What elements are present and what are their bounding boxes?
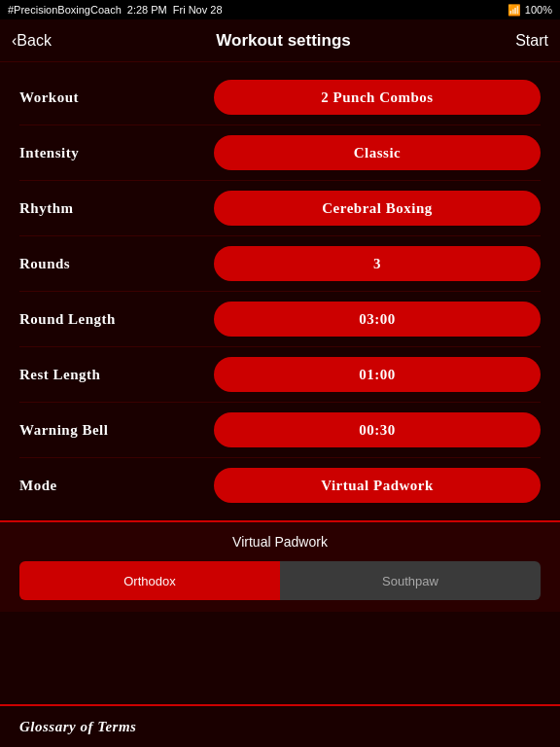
app-name: #PrecisionBoxingCoach [8,4,122,16]
workout-row: Workout 2 Punch Combos [0,70,560,124]
rhythm-row: Rhythm Cerebral Boxing [0,181,560,235]
workout-value[interactable]: 2 Punch Combos [214,80,541,115]
back-label: Back [17,32,52,50]
main-content: Workout 2 Punch Combos Intensity Classic… [0,62,560,520]
warning-bell-label: Warning Bell [19,422,214,439]
intensity-row: Intensity Classic [0,125,560,180]
status-time: 2:28 PM [127,4,167,16]
southpaw-button[interactable]: Southpaw [280,561,541,600]
intensity-value[interactable]: Classic [214,135,541,170]
bottom-section-title: Virtual Padwork [19,534,541,550]
rest-length-row: Rest Length 01:00 [0,347,560,402]
stance-buttons: Orthodox Southpaw [19,561,541,600]
bottom-section: Virtual Padwork Orthodox Southpaw [0,520,560,612]
rest-length-label: Rest Length [19,367,214,383]
mode-row: Mode Virtual Padwork [0,458,560,513]
status-right: 📶 100% [508,4,552,17]
round-length-row: Round Length 03:00 [0,292,560,346]
rounds-value[interactable]: 3 [214,246,541,281]
glossary-link[interactable]: Glossary of Terms [19,719,136,735]
rest-length-value[interactable]: 01:00 [214,357,541,392]
wifi-icon: 📶 [508,4,521,17]
status-bar: #PrecisionBoxingCoach 2:28 PM Fri Nov 28… [0,0,560,19]
battery-label: 100% [525,4,552,16]
round-length-value[interactable]: 03:00 [214,302,541,337]
rhythm-value[interactable]: Cerebral Boxing [214,191,541,226]
back-button[interactable]: ‹ Back [12,32,52,50]
nav-bar: ‹ Back Workout settings Start [0,19,560,62]
rhythm-label: Rhythm [19,200,214,217]
rounds-label: Rounds [19,256,214,272]
status-date: Fri Nov 28 [173,4,223,16]
rounds-row: Rounds 3 [0,236,560,291]
round-length-label: Round Length [19,311,214,328]
start-button[interactable]: Start [515,32,548,50]
status-left: #PrecisionBoxingCoach 2:28 PM Fri Nov 28 [8,4,223,16]
workout-label: Workout [19,89,214,106]
orthodox-button[interactable]: Orthodox [19,561,280,600]
mode-label: Mode [19,478,214,494]
intensity-label: Intensity [19,145,214,161]
mode-value[interactable]: Virtual Padwork [214,468,541,503]
warning-bell-value[interactable]: 00:30 [214,412,541,447]
warning-bell-row: Warning Bell 00:30 [0,403,560,457]
footer[interactable]: Glossary of Terms [0,704,560,747]
nav-title: Workout settings [216,31,351,51]
